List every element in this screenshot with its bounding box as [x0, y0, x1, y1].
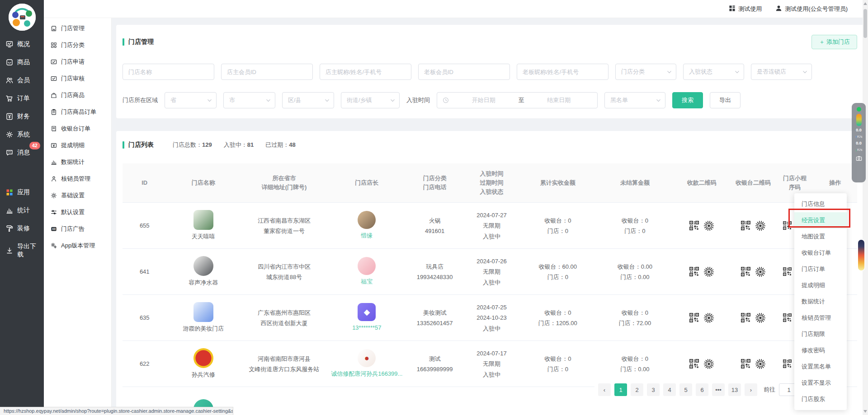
miniprogram-code-icon[interactable] [703, 359, 714, 369]
submenu-item-verifier-manage[interactable]: 核销员管理 [44, 170, 111, 187]
end-date-placeholder[interactable]: 结束日期 [526, 96, 592, 104]
page-button-3[interactable]: 3 [647, 383, 660, 396]
date-range-picker[interactable]: 开始日期 至 结束日期 [437, 92, 598, 108]
miniprogram-code-icon[interactable] [703, 220, 714, 231]
filter-select-2[interactable]: 是否连锁店 [751, 64, 812, 80]
submenu-item-data-stats[interactable]: 数据统计 [44, 154, 111, 170]
submenu-item-store-goods-order[interactable]: 门店商品订单 [44, 103, 111, 120]
qr-code-icon[interactable] [689, 359, 699, 368]
filter-input-2[interactable] [320, 64, 411, 80]
manager-link[interactable]: 13*******57 [330, 322, 404, 333]
scroll-down-arrow[interactable] [863, 410, 867, 413]
scrollbar-thumb[interactable] [863, 9, 867, 38]
manager-link[interactable]: 诚信修配唐河孙兵166399... [330, 368, 404, 379]
submenu-item-basic-setting[interactable]: 基础设置 [44, 187, 111, 204]
region-select-0[interactable]: 省 [165, 92, 217, 108]
page-next-button[interactable]: › [745, 383, 757, 396]
submenu-item-cashier-order[interactable]: 收银台订单 [44, 120, 111, 137]
qr-code-icon[interactable] [783, 267, 792, 276]
sidebar-item-message[interactable]: 消息42 [0, 144, 44, 162]
filter-select-0[interactable]: 门店分类 [615, 64, 676, 80]
qr-code-icon[interactable] [783, 221, 792, 230]
manager-link[interactable]: 惜缘 [330, 230, 404, 241]
browser-scrollbar[interactable] [863, 0, 868, 415]
menu-item-9[interactable]: 修改密码 [794, 342, 847, 359]
menu-item-3[interactable]: 收银台订单 [794, 245, 847, 261]
qr-code-icon[interactable] [783, 313, 792, 322]
search-button[interactable]: 搜索 [672, 92, 703, 108]
miniprogram-code-icon[interactable] [755, 359, 766, 369]
sidebar-item-order[interactable]: 订单 [0, 89, 44, 107]
camera-icon[interactable] [856, 155, 862, 162]
add-store-button[interactable]: ＋ 添加门店 [811, 35, 857, 49]
qr-code-icon[interactable] [741, 221, 750, 230]
menu-item-11[interactable]: 设置不显示 [794, 375, 847, 391]
filter-select-1[interactable]: 入驻状态 [683, 64, 744, 80]
menu-item-5[interactable]: 提成明细 [794, 277, 847, 294]
region-select-1[interactable]: 市 [223, 92, 275, 108]
page-button-4[interactable]: 4 [663, 383, 676, 396]
start-date-placeholder[interactable]: 开始日期 [451, 96, 517, 104]
blacklist-select[interactable]: 黑名单 [604, 92, 665, 108]
scroll-position-indicator[interactable] [858, 240, 864, 270]
workspace-switcher[interactable]: 测试使用 [729, 5, 762, 13]
submenu-item-store-goods[interactable]: 门店商品 [44, 87, 111, 103]
join-time-label: 入驻时间 [406, 96, 430, 104]
filter-input-3[interactable] [418, 64, 510, 80]
submenu-item-store-apply[interactable]: 门店申请 [44, 53, 111, 70]
sidebar-item-stats[interactable]: 统计 [0, 201, 44, 219]
page-prev-button[interactable]: ‹ [598, 383, 611, 396]
miniprogram-code-icon[interactable] [703, 266, 714, 277]
qr-code-icon[interactable] [689, 267, 699, 276]
filter-input-0[interactable] [123, 64, 214, 80]
sidebar-item-decorate[interactable]: 装修 [0, 219, 44, 238]
user-menu[interactable]: 测试使用(公众号管理员) [775, 5, 848, 13]
export-button[interactable]: 导出 [710, 92, 741, 108]
page-button-2[interactable]: 2 [631, 383, 643, 396]
menu-item-6[interactable]: 数据统计 [794, 294, 847, 310]
page-button-13[interactable]: 13 [728, 383, 741, 396]
sidebar-item-apps[interactable]: 应用 [0, 183, 44, 201]
menu-item-4[interactable]: 门店订单 [794, 261, 847, 277]
qr-code-icon[interactable] [741, 267, 750, 276]
scroll-up-arrow[interactable] [863, 2, 867, 5]
sidebar-item-overview[interactable]: 概况 [0, 35, 44, 53]
region-select-2[interactable]: 区/县 [282, 92, 334, 108]
submenu-item-store-category[interactable]: 门店分类 [44, 37, 111, 53]
menu-item-1[interactable]: 经营设置 [794, 212, 847, 228]
submenu-item-store-audit[interactable]: 门店审核 [44, 70, 111, 87]
submenu-item-commission-detail[interactable]: 提成明细 [44, 137, 111, 154]
qr-code-icon[interactable] [783, 359, 792, 368]
qr-code-icon[interactable] [741, 313, 750, 322]
menu-item-10[interactable]: 设置黑名单 [794, 359, 847, 375]
page-ellipsis[interactable]: ••• [712, 383, 725, 396]
page-button-5[interactable]: 5 [679, 383, 692, 396]
manager-link[interactable]: 福宝 [330, 276, 404, 287]
menu-item-7[interactable]: 核销员管理 [794, 310, 847, 326]
qr-code-icon[interactable] [689, 221, 699, 230]
menu-item-8[interactable]: 门店期限 [794, 326, 847, 342]
submenu-item-app-version[interactable]: App版本管理 [44, 237, 111, 254]
sidebar-item-member[interactable]: 会员 [0, 71, 44, 89]
page-button-1[interactable]: 1 [614, 383, 627, 396]
sidebar-item-goods[interactable]: 商品 [0, 53, 44, 71]
submenu-item-store-manage[interactable]: 门店管理 [44, 20, 111, 37]
filter-input-1[interactable] [221, 64, 313, 80]
miniprogram-code-icon[interactable] [755, 220, 766, 231]
sidebar-item-finance[interactable]: 财务 [0, 107, 44, 126]
qr-code-icon[interactable] [689, 313, 699, 322]
menu-item-2[interactable]: 地图设置 [794, 228, 847, 245]
submenu-item-store-ad[interactable]: AD门店广告 [44, 220, 111, 237]
region-select-3[interactable]: 街道/乡镇 [341, 92, 400, 108]
submenu-item-default-setting[interactable]: 默认设置 [44, 204, 111, 220]
menu-item-12[interactable]: 门店股东 [794, 391, 847, 407]
sidebar-item-export-download[interactable]: 导出下载 [0, 238, 44, 264]
sidebar-item-system[interactable]: 系统 [0, 126, 44, 144]
miniprogram-code-icon[interactable] [755, 266, 766, 277]
qr-code-icon[interactable] [741, 359, 750, 368]
filter-input-4[interactable] [517, 64, 609, 80]
miniprogram-code-icon[interactable] [703, 312, 714, 323]
miniprogram-code-icon[interactable] [755, 312, 766, 323]
menu-item-0[interactable]: 门店信息 [794, 196, 847, 212]
page-button-6[interactable]: 6 [696, 383, 708, 396]
